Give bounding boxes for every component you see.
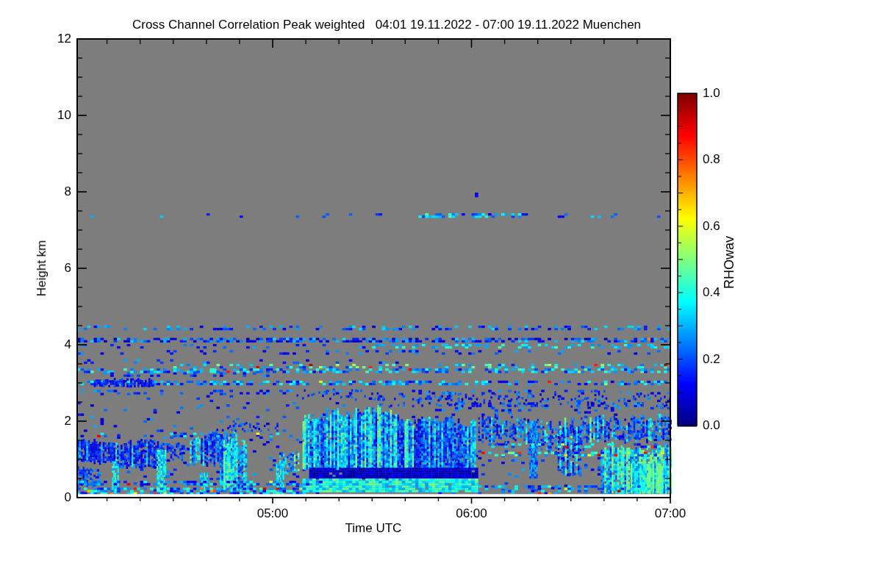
colorbar-tick-label: 1.0 [703,85,720,101]
figure: Cross Channel Correlation Peak weighted … [0,0,882,588]
y-tick-label: 10 [41,107,71,123]
x-tick-label: 07:00 [645,506,696,522]
y-tick-label: 12 [41,31,71,47]
colorbar-label: RHOwav [721,236,737,289]
x-axis-label: Time UTC [345,520,402,537]
y-tick-label: 4 [41,337,71,353]
x-tick-label: 06:00 [445,506,497,522]
colorbar-tick-label: 0.2 [703,351,720,368]
colorbar-tick-label: 0.4 [703,284,720,301]
y-tick-label: 8 [41,184,71,200]
colorbar-tick-label: 0.8 [703,151,720,168]
y-tick-label: 2 [41,413,71,429]
chart-title: Cross Channel Correlation Peak weighted … [132,17,641,33]
colorbar-tick-label: 0.6 [703,218,720,234]
y-tick-label: 0 [41,490,71,506]
colorbar-tick-label: 0.0 [703,417,720,434]
heatmap-canvas [0,0,882,588]
y-tick-label: 6 [41,260,71,276]
x-tick-label: 05:00 [247,506,298,522]
